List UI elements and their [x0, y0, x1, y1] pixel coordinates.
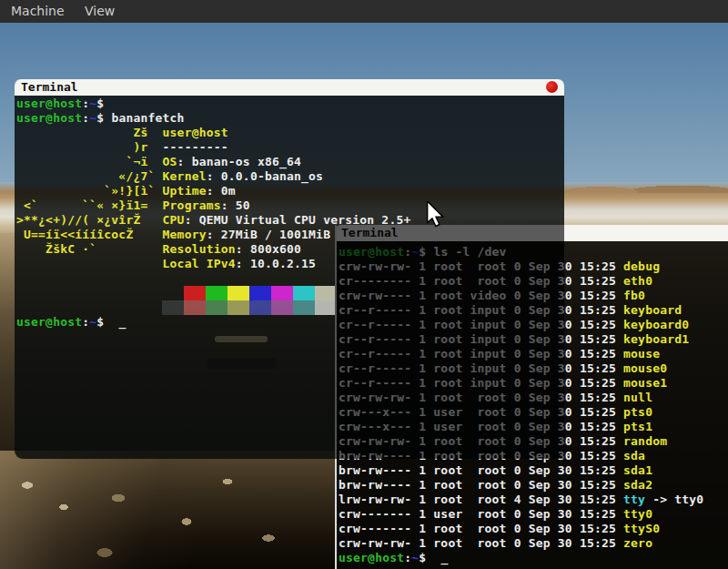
jeep-cab — [211, 342, 271, 358]
fetch-line: Local IPv4: 10.0.2.15 — [16, 257, 316, 271]
terminal2-window[interactable]: Terminal user@host:~$ ls -l /devcrw-rw-r… — [335, 225, 728, 569]
palette-swatch — [249, 286, 271, 300]
file-row: crw------- 1 root root 0 Sep 30 15:25 tt… — [339, 522, 660, 536]
fetch-line: )r --------- — [16, 140, 228, 155]
fetch-line: «/¿7` Kernel: 0.0.0-banan_os — [16, 169, 323, 184]
fetch-line: `»!}[ì` Uptime: 0m — [16, 184, 236, 198]
file-row: crw------- 1 user root 0 Sep 30 15:25 tt… — [339, 507, 652, 522]
palette-swatch — [206, 286, 228, 300]
wallpaper-jeep-through-glass — [207, 330, 275, 374]
fetch-line: `¬ï OS: banan-os x86_64 — [16, 155, 301, 169]
prompt-line: user@host:~$ — [16, 97, 111, 111]
file-row: crw-rw-rw- 1 root root 0 Sep 30 15:25 ze… — [339, 536, 652, 551]
wallpaper-dune-ridge — [546, 178, 728, 193]
palette-swatch — [271, 286, 293, 300]
palette-swatch — [184, 286, 206, 300]
palette-swatch — [249, 300, 271, 315]
palette-swatch — [293, 300, 315, 315]
jeep-roof — [215, 336, 268, 342]
terminal1-title: Terminal — [21, 80, 78, 94]
close-button-icon[interactable] — [546, 81, 558, 93]
menu-machine[interactable]: Machine — [3, 0, 73, 23]
palette-swatch — [293, 286, 315, 300]
wallpaper-rocks — [0, 451, 341, 569]
terminal1-titlebar[interactable]: Terminal — [15, 79, 564, 96]
fetch-line: Zš user@host — [16, 126, 228, 140]
fetch-line: ŽškC ·` Resolution: 800x600 — [16, 242, 301, 257]
palette-swatch — [162, 300, 184, 315]
palette-swatch — [228, 300, 249, 315]
jeep-body — [207, 358, 275, 369]
fetch-line: U==íï<<íííîcocŽ Memory: 27MiB / 1001MiB — [16, 228, 330, 242]
palette-swatch — [315, 300, 337, 315]
file-row: brw-rw---- 1 root root 0 Sep 30 15:25 sd… — [339, 463, 652, 478]
color-palette-row — [162, 300, 337, 315]
menu-view[interactable]: View — [76, 0, 123, 23]
terminal1-shadow-overlay — [335, 225, 564, 459]
mouse-cursor-icon — [426, 201, 445, 229]
palette-swatch — [184, 300, 206, 315]
file-row: brw-rw---- 1 root root 0 Sep 30 15:25 sd… — [339, 478, 652, 493]
file-row: lrw-rw-rw- 1 root root 4 Sep 30 15:25 tt… — [339, 493, 703, 507]
palette-swatch — [228, 286, 249, 300]
fetch-line: <` ``« ×}ï1= Programs: 50 — [16, 198, 250, 213]
prompt-line: user@host:~$ _ — [16, 315, 126, 330]
palette-swatch — [206, 300, 228, 315]
palette-swatch — [162, 286, 184, 300]
prompt-line: user@host:~$ _ — [339, 551, 448, 565]
palette-swatch — [271, 300, 293, 315]
vm-menubar: Machine View — [0, 0, 728, 23]
color-palette-row — [162, 286, 337, 300]
prompt-line: user@host:~$ bananfetch — [16, 111, 185, 126]
palette-swatch — [315, 286, 337, 300]
